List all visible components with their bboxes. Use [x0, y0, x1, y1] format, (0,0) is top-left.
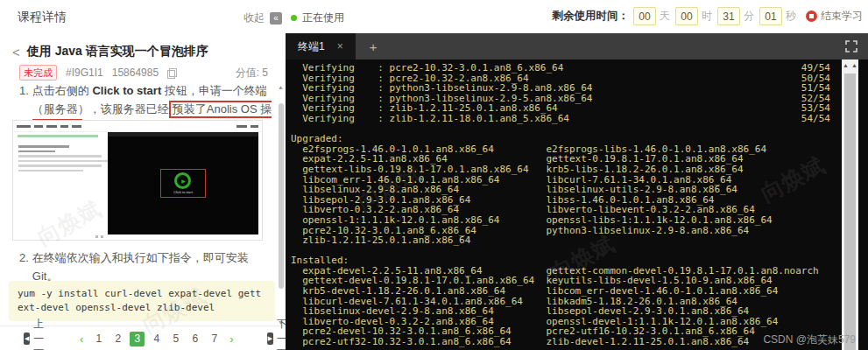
- task-number: 15864985: [112, 66, 159, 79]
- stop-icon: [806, 10, 817, 22]
- terminal-tab-1[interactable]: 终端1 ×: [286, 33, 356, 60]
- terminal-scrollbar-thumb[interactable]: [844, 74, 856, 350]
- step1-click-to-start: Click to start: [92, 84, 161, 97]
- terminal-scroll-up-icon[interactable]: ▲: [851, 62, 857, 68]
- page-number-1[interactable]: 1: [91, 332, 106, 346]
- status-dot-icon: [291, 15, 297, 21]
- collapse-button[interactable]: 收起 «: [243, 10, 282, 25]
- terminal-output[interactable]: Verifying : pcre2-10.32-3.0.1.an8_6.x86_…: [286, 60, 842, 350]
- time-seconds-unit: 秒: [786, 9, 796, 24]
- pagination-left-arrow[interactable]: ‹: [76, 332, 87, 346]
- score-label: 分值: 5: [236, 66, 268, 80]
- page-number-6[interactable]: 6: [187, 332, 202, 346]
- remaining-time: 剩余使用时间： 00 天 00 时 31 分 01 秒 结束学习: [553, 7, 864, 25]
- course-sidebar: < 使用 Java 语言实现一个冒泡排序 未完成 #I9G1I1 1586498…: [0, 33, 286, 350]
- time-hours-value: 00: [675, 7, 698, 25]
- prev-page-label: 上一页: [33, 317, 50, 350]
- prev-page-button[interactable]: ◀ 上一页: [24, 317, 50, 350]
- terminal-tabbar: 终端1 × +: [286, 33, 868, 60]
- page-title: 课程详情: [18, 10, 67, 25]
- task-id: #I9G1I1: [66, 66, 103, 79]
- terminal-scroll-icons: ▲ ▲: [842, 60, 858, 68]
- collapse-label: 收起: [243, 10, 265, 25]
- screenshot-pager-dots: [95, 235, 103, 238]
- screenshot-left-panel: [13, 140, 116, 240]
- task-title-row: < 使用 Java 语言实现一个冒泡排序: [12, 44, 208, 60]
- play-icon: ▶: [181, 178, 186, 184]
- screenshot-terminal-titlebar: [108, 132, 258, 136]
- command-code-block[interactable]: yum -y install curl-devel expat-devel ge…: [9, 281, 275, 321]
- pagination-pages: 1234567: [91, 332, 222, 346]
- pagination-bar: ◀ 上一页 ‹ 1234567 › ▶ 下一页: [0, 326, 286, 350]
- time-hours-unit: 时: [702, 9, 712, 24]
- status-tag: 未完成: [19, 65, 57, 80]
- top-header: 课程详情 收起 « 正在使用 剩余使用时间： 00 天 00 时 31 分 01…: [0, 0, 868, 34]
- usage-status: 正在使用: [291, 10, 344, 25]
- step2-number: 2.: [19, 248, 29, 285]
- collapse-icon: «: [270, 12, 282, 24]
- app-window: 课程详情 收起 « 正在使用 剩余使用时间： 00 天 00 时 31 分 01…: [0, 0, 868, 350]
- screenshot-breadcrumb: [18, 135, 98, 137]
- fullscreen-icon[interactable]: [845, 40, 857, 52]
- page-number-3[interactable]: 3: [130, 332, 145, 346]
- time-days-unit: 天: [660, 9, 670, 24]
- page-number-5[interactable]: 5: [168, 332, 183, 346]
- terminal-scroll-up-icon[interactable]: ▲: [843, 62, 849, 68]
- time-minutes-value: 31: [717, 7, 740, 25]
- back-icon[interactable]: <: [12, 45, 20, 60]
- next-page-icon: ▶: [267, 332, 273, 345]
- pagination-right-arrow[interactable]: ›: [226, 332, 236, 346]
- embedded-screenshot: ▶ Click to start: [12, 120, 263, 241]
- new-terminal-button[interactable]: +: [370, 39, 378, 54]
- end-learning-label: 结束学习: [821, 9, 863, 24]
- prev-page-icon: ◀: [24, 332, 30, 345]
- csdn-watermark: CSDN @泡芙妹579: [763, 332, 856, 347]
- sidebar-scroll-up-icon[interactable]: ▲: [278, 84, 284, 90]
- remaining-time-label: 剩余使用时间：: [553, 9, 630, 24]
- pagination-pages-wrap: ‹ 1234567 ›: [76, 332, 237, 346]
- screenshot-start-highlight-box: ▶ Click to start: [160, 169, 206, 198]
- page-number-4[interactable]: 4: [149, 332, 164, 346]
- time-minutes-unit: 分: [744, 9, 754, 24]
- terminal-tab-close-icon[interactable]: ×: [337, 40, 343, 52]
- terminal-scrollbar-track[interactable]: ▲ ▲: [842, 60, 858, 350]
- end-learning-button[interactable]: 结束学习: [806, 9, 863, 24]
- time-seconds-value: 01: [759, 7, 782, 25]
- terminal-tab-label: 终端1: [298, 39, 325, 54]
- task-meta-row: 未完成 #I9G1I1 15864985 分值: 5: [19, 65, 268, 80]
- copy-icon[interactable]: [167, 68, 176, 78]
- screenshot-navbar: [13, 121, 262, 132]
- step1-before: 点击右侧的: [32, 84, 93, 97]
- sidebar-scrollbar[interactable]: [279, 103, 284, 289]
- terminal-text: Verifying : pcre2-10.32-3.0.1.an8_6.x86_…: [286, 60, 842, 347]
- click-to-start-label: Click to start: [173, 190, 193, 194]
- step2-text: 在终端依次输入和执行如下指令，即可安装 Git。: [32, 248, 277, 285]
- page-number-2[interactable]: 2: [110, 332, 125, 346]
- time-days-value: 00: [633, 7, 656, 25]
- page-number-7[interactable]: 7: [207, 332, 222, 346]
- task-title: 使用 Java 语言实现一个冒泡排序: [27, 44, 208, 60]
- terminal-panel: 终端1 × + Verifying : pcre2-10.32-3.0.1.an…: [286, 33, 868, 350]
- status-label: 正在使用: [302, 10, 344, 25]
- screenshot-terminal-area: ▶ Click to start: [108, 132, 258, 234]
- click-to-start-icon: ▶: [174, 172, 191, 189]
